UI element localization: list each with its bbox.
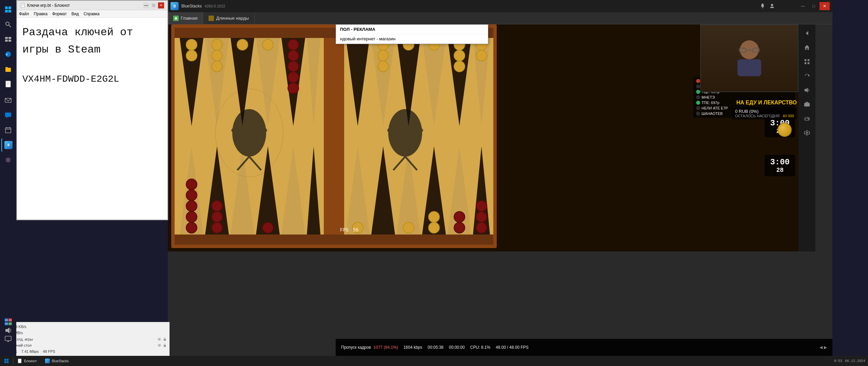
menu-file[interactable]: Файл: [19, 12, 29, 16]
svg-point-90: [378, 61, 389, 72]
stream-time-segment: 00:05:38: [428, 345, 443, 350]
svg-rect-138: [808, 59, 809, 61]
svg-rect-14: [6, 81, 11, 87]
bs-sidebar-volume[interactable]: [801, 84, 813, 96]
bar-piece-circle: [777, 123, 792, 137]
taskbar-notepad[interactable]: Блокнот: [13, 356, 41, 366]
suggest-item-1[interactable]: ПОЛ - РЕКЛАМА: [336, 25, 488, 34]
menu-view[interactable]: Вид: [72, 12, 79, 16]
fps-label: FPS: [340, 227, 349, 233]
bs-sidebar-rotate[interactable]: [801, 70, 813, 82]
calendar-icon[interactable]: [1, 123, 15, 137]
minimize-button[interactable]: —: [143, 2, 149, 8]
search-icon[interactable]: [1, 18, 15, 31]
svg-rect-162: [164, 339, 166, 341]
suggest-item-2[interactable]: ндовый интернет - магазин: [336, 34, 488, 44]
stream-time2-segment: 00:00:00: [449, 345, 465, 350]
rub-display: 0 RUB (0%) ОСТАЛОСЬ НАСЕГОДНЯ 40 000: [732, 107, 797, 119]
volume-icon[interactable]: [1, 327, 15, 336]
taskbar-bluestacks-label: BlueStacks: [52, 359, 69, 363]
menu-edit[interactable]: Правка: [34, 12, 48, 16]
svg-point-104: [403, 222, 414, 233]
notepad-icon: [20, 3, 25, 8]
svg-point-105: [429, 222, 439, 233]
bs-sidebar-gamepad[interactable]: [801, 113, 813, 125]
menu-help[interactable]: Справка: [83, 12, 99, 16]
svg-point-89: [378, 50, 389, 61]
svg-rect-42: [324, 38, 344, 235]
svg-point-166: [159, 345, 160, 346]
close-button[interactable]: ✕: [158, 2, 164, 8]
audio-row: Звук отд. игры: [3, 336, 167, 342]
svg-point-112: [212, 222, 222, 233]
notepad-line1: Раздача ключей от: [22, 24, 162, 41]
stream-bitrate-display: 7.41 Mbps: [21, 349, 39, 353]
taskbar-start[interactable]: [0, 356, 13, 366]
tab-home-label: Главная: [181, 16, 197, 21]
timer2-minutes: 3:00: [770, 158, 790, 167]
progress-controls: ◀ ▶: [820, 345, 827, 350]
svg-point-95: [288, 83, 299, 94]
win-close-btn[interactable]: ✕: [820, 2, 830, 10]
fps-overlay: FPS 56: [340, 227, 358, 233]
bs-sidebar-apps[interactable]: [801, 56, 813, 68]
notification-bell-icon[interactable]: [760, 3, 765, 9]
edge-icon[interactable]: e: [1, 47, 15, 61]
notepad-taskbar-icon2: [17, 359, 22, 363]
windows-taskbar: Блокнот BlueStacks 0:53 06.12.2024: [0, 356, 868, 366]
file-explorer-icon[interactable]: [1, 62, 15, 76]
svg-point-106: [429, 211, 439, 222]
bluestacks-taskbar-icon[interactable]: B: [1, 138, 15, 152]
account-icon[interactable]: [769, 3, 775, 9]
svg-point-110: [186, 190, 197, 201]
lock2-icon: [163, 343, 167, 347]
taskbar-time: 0:53: [834, 359, 842, 363]
bar-piece: [777, 123, 792, 137]
svg-rect-3: [8, 10, 11, 13]
scroll-left-btn[interactable]: ◀: [820, 345, 823, 350]
svg-point-100: [212, 61, 222, 72]
svg-point-111: [186, 179, 197, 190]
game-tab-icon: [209, 16, 214, 21]
lock-icon: [163, 337, 167, 341]
obs-icon[interactable]: [1, 153, 15, 167]
svg-rect-173: [7, 361, 9, 363]
svg-point-107: [186, 222, 197, 233]
bs-sidebar-camera[interactable]: [801, 98, 813, 110]
svg-point-36: [771, 4, 773, 6]
tab-home[interactable]: Главная: [168, 12, 203, 24]
notepad-taskbar-icon[interactable]: [1, 77, 15, 91]
bs-sidebar-back[interactable]: [801, 27, 813, 39]
svg-rect-19: [5, 113, 11, 117]
desktop-row: Рабочий стол: [3, 342, 167, 348]
menu-format[interactable]: Формат: [52, 12, 67, 16]
network-info-panel: 826,9 KB/s 1,1 MB/s Звук отд. игры Рабоч…: [0, 322, 170, 356]
webcam-area: [700, 24, 798, 92]
svg-point-97: [186, 50, 197, 61]
windows-start-icon[interactable]: [1, 3, 15, 16]
taskview-icon[interactable]: [1, 33, 15, 46]
mail-icon[interactable]: [1, 94, 15, 107]
maximize-button[interactable]: □: [151, 2, 157, 8]
score-icon-1: [696, 79, 700, 83]
fps-detailed: 48.00 / 48.00 FPS: [496, 345, 529, 350]
bs-sidebar-settings[interactable]: [801, 127, 813, 139]
win-minimize-btn[interactable]: —: [798, 2, 808, 10]
notepad-text[interactable]: Раздача ключей от игры в Steam VX4HM-FDW…: [17, 18, 167, 220]
svg-point-116: [454, 222, 465, 233]
chat-icon[interactable]: [1, 108, 15, 122]
taskbar-bluestacks[interactable]: BlueStacks: [41, 356, 73, 366]
svg-point-101: [237, 39, 248, 50]
left-taskbar: e B 88 49 99 46: [0, 0, 16, 366]
svg-point-91: [288, 39, 299, 50]
scroll-right-btn[interactable]: ▶: [824, 345, 827, 350]
svg-marker-37: [175, 17, 177, 20]
svg-point-113: [212, 211, 222, 222]
taskbar-right: 0:53 06.12.2024: [834, 359, 868, 363]
fps-segment: 48.00 / 48.00 FPS: [496, 345, 529, 350]
screen-icon[interactable]: [1, 336, 15, 344]
network-row-1: 826,9 KB/s: [3, 324, 167, 330]
win-maximize-btn[interactable]: □: [809, 2, 819, 10]
bs-sidebar-home[interactable]: [801, 41, 813, 54]
tab-game[interactable]: Длинные нарды: [203, 12, 254, 24]
